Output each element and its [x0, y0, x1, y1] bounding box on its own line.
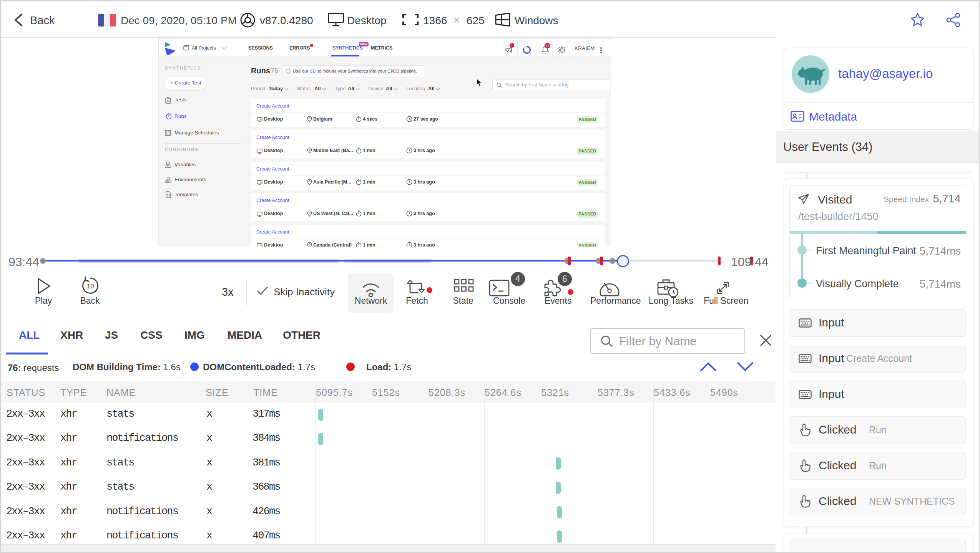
- svg-text:10: 10: [87, 283, 94, 290]
